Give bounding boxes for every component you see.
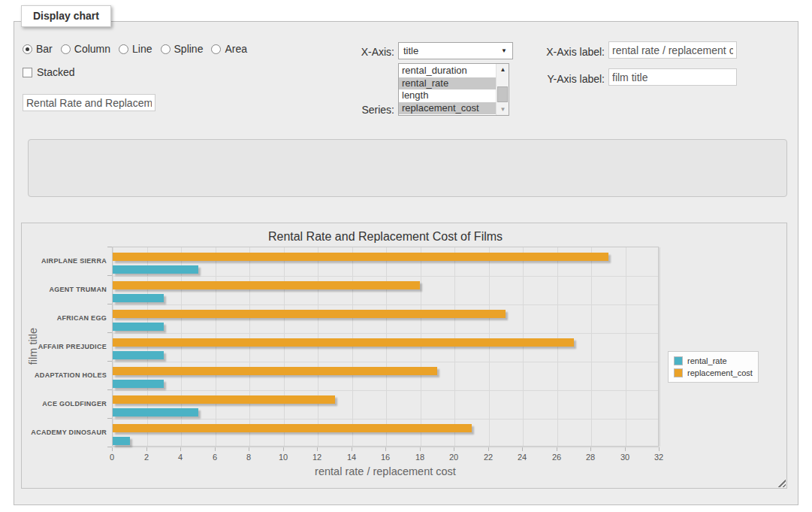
series-multiselect[interactable]: rental_durationrental_ratelengthreplacem… [398,63,509,116]
x-axis-title: rental rate / replacement cost [112,465,659,477]
bar-replacement_cost [113,395,335,404]
gridline [591,247,592,446]
resize-handle-icon[interactable] [777,479,786,487]
scrollbar-thumb[interactable] [497,86,508,102]
x-tick-label: 30 [614,453,636,462]
category-label: ACE GOLDFINGER [22,400,107,407]
legend-label: replacement_cost [687,368,753,377]
x-tick-label: 12 [306,453,328,462]
x-axis-label-field-label: X-Axis label: [524,46,605,58]
series-list-scrollbar[interactable]: ▲ ▼ [496,64,509,115]
legend-entry-replacement_cost: replacement_cost [674,367,753,379]
gridline [113,333,658,334]
x-tick-mark [180,447,181,451]
y-tick-mark [107,361,112,362]
series-options: rental_durationrental_ratelengthreplacem… [399,65,496,114]
bar-rental_rate [113,437,130,445]
gridline [489,247,490,446]
gridline [421,247,421,446]
x-tick-mark [488,447,489,451]
bar-rental_rate [113,323,164,331]
gridline [216,247,216,446]
gridline [523,247,524,446]
chart-type-option-line[interactable]: Line [119,43,152,55]
chart-type-option-bar[interactable]: Bar [23,43,53,55]
x-tick-mark [557,447,557,451]
stacked-checkbox[interactable] [23,68,32,77]
category-label: AIRPLANE SIERRA [22,257,107,265]
x-tick-label: 2 [135,453,158,462]
x-tick-label: 10 [272,453,294,462]
bar-rental_rate [113,265,198,274]
gridline [660,247,660,446]
legend-swatch-icon [674,356,683,365]
x-tick-label: 4 [169,453,192,462]
scroll-up-icon[interactable]: ▲ [497,64,509,75]
x-tick-label: 18 [409,453,431,462]
radio-button-icon[interactable] [23,44,32,54]
x-tick-mark [352,447,352,451]
y-axis-label-input[interactable] [608,68,737,86]
series-option-rental_duration[interactable]: rental_duration [399,65,496,77]
bar-replacement_cost [113,424,472,432]
y-tick-mark [107,389,112,390]
bar-rental_rate [113,294,164,302]
y-tick-mark [107,332,112,333]
x-tick-label: 20 [442,453,465,462]
gridline [454,247,455,446]
bar-replacement_cost [113,281,420,289]
bar-rental_rate [113,351,164,359]
x-tick-mark [215,447,216,451]
bar-rental_rate [113,380,164,388]
chart-container: Rental Rate and Replacement Cost of Film… [21,223,787,489]
x-axis-select[interactable]: title ▼ [398,42,513,59]
x-tick-label: 8 [237,453,260,462]
x-tick-mark [283,447,284,451]
gridline [284,247,285,446]
series-option-replacement_cost[interactable]: replacement_cost [399,102,496,115]
legend-swatch-icon [674,368,683,377]
x-tick-mark [385,447,386,451]
x-tick-label: 6 [204,453,226,462]
category-label: AFRICAN EGG [22,314,107,322]
dropdown-arrow-icon: ▼ [501,48,507,54]
radio-button-icon[interactable] [161,44,171,54]
x-tick-label: 24 [511,453,533,462]
category-label: AGENT TRUMAN [22,286,107,293]
radio-button-icon[interactable] [61,44,71,54]
stacked-checkbox-row: Stacked [23,66,75,78]
gridline [113,304,658,305]
chart-type-radio-group: BarColumnLineSplineArea [23,43,247,55]
bar-replacement_cost [113,310,506,318]
series-list-label: Series: [331,104,394,116]
radio-option-label: Line [132,43,152,55]
panel-title: Display chart [21,5,111,27]
x-tick-mark [112,447,113,451]
y-tick-mark [107,304,112,304]
plot-area [112,247,659,447]
x-axis-selected-value: title [403,45,418,56]
x-tick-mark [317,447,318,451]
radio-option-label: Column [74,43,110,55]
x-axis-label-input[interactable] [608,41,737,59]
radio-button-icon[interactable] [211,44,221,54]
chart-type-option-area[interactable]: Area [211,43,247,55]
x-axis-select-label: X-Axis: [331,46,394,58]
x-tick-label: 28 [579,453,602,462]
series-option-rental_rate[interactable]: rental_rate [399,77,496,90]
series-option-length[interactable]: length [399,89,496,102]
x-tick-mark [659,447,660,451]
chart-type-option-spline[interactable]: Spline [161,43,204,55]
radio-button-icon[interactable] [119,44,128,54]
gridline [113,362,658,362]
gridline [249,247,250,446]
chart-type-option-column[interactable]: Column [61,43,110,55]
category-label: ACADEMY DINOSAUR [22,429,107,436]
chart-title-input[interactable] [23,94,155,111]
bar-replacement_cost [113,338,574,347]
chart-title: Rental Rate and Replacement Cost of Film… [112,230,659,244]
x-tick-label: 26 [545,453,568,462]
scroll-down-icon[interactable]: ▼ [497,104,509,115]
x-tick-label: 0 [101,453,123,462]
gridline [626,247,626,446]
